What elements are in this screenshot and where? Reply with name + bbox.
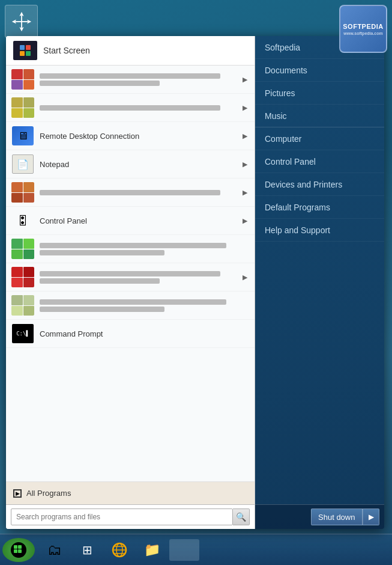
bc19 (11, 278, 23, 288)
softpedia-logo-text: SOFTPEDIA (343, 23, 383, 30)
bc8 (23, 108, 35, 118)
bc3 (11, 80, 23, 90)
blurred-line-6b (40, 250, 164, 255)
shutdown-area: Shut down ▶ (255, 504, 384, 529)
tile4 (26, 51, 31, 56)
program-item-cp[interactable]: 🎛 Control Panel ▶ (6, 207, 255, 235)
program-item-blurred2[interactable]: ▶ (6, 94, 255, 122)
start-screen-label: Start Screen (43, 46, 90, 55)
tile1 (20, 45, 25, 50)
blurred-name-1 (40, 73, 240, 86)
right-item-pictures[interactable]: Pictures (255, 82, 384, 105)
bc9 (11, 182, 23, 192)
arrow-blurred7: ▶ (243, 273, 247, 281)
rdp-icon (12, 126, 34, 145)
right-item-helpsupport-label: Help and Support (265, 225, 330, 235)
search-button[interactable]: 🔍 (233, 508, 250, 525)
all-programs-arrow-icon: ▶ (13, 489, 22, 498)
start-screen-header[interactable]: Start Screen (6, 36, 255, 66)
bc23 (11, 306, 23, 316)
blurred-line-2a (40, 105, 220, 111)
svg-rect-8 (18, 545, 22, 549)
start-screen-icon (13, 41, 37, 60)
start-button[interactable] (2, 538, 35, 562)
search-bar: 🔍 (6, 504, 255, 529)
taskbar-item-unknown[interactable] (169, 539, 199, 561)
taskbar-item-metro[interactable]: ⊞ (72, 538, 102, 562)
blurred-icon-8 (11, 295, 34, 316)
cmd-icon: C:\▌ (12, 324, 34, 343)
start-menu: Start Screen (6, 36, 384, 529)
bc20 (23, 278, 35, 288)
program-item-notepad[interactable]: 📄 Notepad ▶ (6, 150, 255, 179)
svg-rect-9 (14, 549, 17, 553)
right-item-defaultprograms[interactable]: Default Programs (255, 196, 384, 219)
program-item-rdp[interactable]: Remote Desktop Connection ▶ (6, 122, 255, 150)
program-item-blurred8[interactable] (6, 292, 255, 320)
bc24 (23, 306, 35, 316)
bc7 (11, 108, 23, 118)
right-item-music[interactable]: Music (255, 105, 384, 127)
all-programs-button[interactable]: ▶ All Programs (6, 481, 255, 504)
blurred-icon-2 (11, 97, 34, 118)
right-item-computer[interactable]: Computer (255, 127, 384, 150)
move-cursor-icon (5, 5, 38, 38)
prog-icon-notepad: 📄 (11, 153, 35, 175)
taskbar-item-folder[interactable]: 📁 (137, 538, 167, 562)
bc22 (23, 295, 35, 305)
program-item-blurred6[interactable] (6, 235, 255, 263)
program-list: ▶ ▶ (6, 66, 255, 481)
prog-icon-blurred1 (11, 69, 35, 90)
program-item-cmd[interactable]: C:\▌ Command Prompt (6, 320, 255, 348)
bc17 (11, 267, 23, 277)
right-item-helpsupport[interactable]: Help and Support (255, 219, 384, 242)
tile3 (20, 51, 25, 56)
prog-icon-rdp (11, 125, 35, 147)
start-menu-body: Start Screen (6, 36, 384, 529)
bc1 (11, 69, 23, 79)
program-item-blurred7[interactable]: ▶ (6, 263, 255, 292)
taskbar-item-explorer[interactable]: 🗂 (40, 538, 70, 562)
right-item-documents-label: Documents (265, 66, 307, 75)
blurred-line-1a (40, 73, 220, 79)
right-item-computer-label: Computer (265, 134, 301, 144)
right-item-devices[interactable]: Devices and Printers (255, 173, 384, 196)
blurred-line-7b (40, 278, 160, 284)
blurred-name-8 (40, 299, 247, 312)
taskbar: 🗂 ⊞ 📁 (0, 534, 392, 565)
right-item-pictures-label: Pictures (265, 88, 295, 98)
search-input[interactable] (11, 508, 233, 525)
arrow-notepad: ▶ (243, 160, 247, 168)
bc21 (11, 295, 23, 305)
right-item-documents[interactable]: Documents (255, 59, 384, 82)
shutdown-button[interactable]: Shut down (311, 508, 363, 525)
bc2 (23, 69, 35, 79)
right-panel: Softpedia Documents Pictures Music Compu… (255, 36, 384, 529)
right-item-defaultprograms-label: Default Programs (265, 203, 330, 212)
arrow-rdp: ▶ (243, 132, 247, 140)
left-panel: Start Screen (6, 36, 255, 529)
prog-name-cmd: Command Prompt (40, 329, 247, 338)
right-item-controlpanel[interactable]: Control Panel (255, 150, 384, 173)
bc6 (23, 97, 35, 108)
program-item-blurred1[interactable]: ▶ (6, 66, 255, 94)
cp-icon: 🎛 (12, 211, 34, 230)
blurred-icon-1 (11, 69, 34, 90)
bc5 (11, 97, 23, 108)
prog-icon-cmd: C:\▌ (11, 323, 35, 344)
blurred-line-8b (40, 307, 164, 312)
taskbar-item-ie[interactable] (104, 538, 134, 562)
prog-icon-blurred6 (11, 238, 35, 260)
blurred-icon-7 (11, 267, 34, 287)
bc12 (23, 193, 35, 203)
shutdown-arrow-button[interactable]: ▶ (363, 508, 379, 525)
bc15 (11, 249, 23, 260)
right-panel-spacer (255, 242, 384, 504)
bc10 (23, 182, 35, 192)
blurred-icon-6 (11, 239, 34, 259)
blurred-line-7a (40, 271, 220, 276)
arrow-cp: ▶ (243, 217, 247, 225)
bc18 (23, 267, 35, 277)
blurred-line-6a (40, 243, 226, 248)
program-item-blurred5[interactable]: ▶ (6, 179, 255, 207)
